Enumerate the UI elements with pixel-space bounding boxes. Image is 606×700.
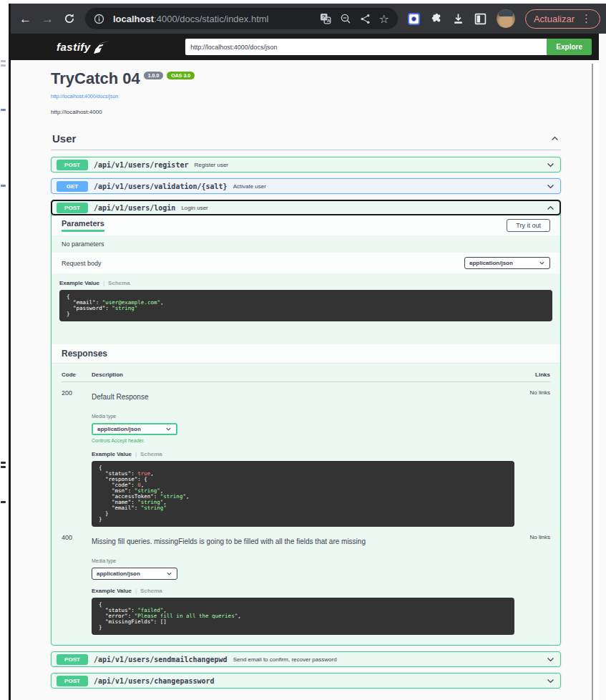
responses-table: Code Description Links 200 Default Respo… xyxy=(52,364,560,645)
selected-media-type: application/json xyxy=(97,570,140,577)
response-media-type-select[interactable]: application/json xyxy=(92,568,177,580)
desktop-artifact xyxy=(1,60,6,62)
operation-login: POST /api/v1/users/login Login user Para… xyxy=(51,200,561,646)
col-links: Links xyxy=(514,371,550,378)
operation-summary[interactable]: POST /api/v1/users/sendmailchangepwd Sen… xyxy=(52,652,560,666)
tag-header-user[interactable]: User xyxy=(51,130,561,150)
request-media-type-select[interactable]: application/json xyxy=(464,257,550,269)
selected-media-type: application/json xyxy=(469,260,513,266)
col-description: Description xyxy=(92,371,514,378)
base-url: http://localhost:4000 xyxy=(51,109,561,115)
browser-update-button[interactable]: Actualizar ⋮ xyxy=(525,9,600,29)
chevron-down-icon[interactable] xyxy=(546,676,555,686)
page-viewport: fastify Explore TryCatch 04 1.0.0 OAS 3.… xyxy=(11,34,599,700)
request-example-code: { "email": "user@example.com", "password… xyxy=(59,290,552,321)
oas-badge: OAS 3.0 xyxy=(167,72,195,79)
parameters-header: Parameters Try it out xyxy=(52,215,560,235)
back-icon[interactable]: ← xyxy=(19,13,31,25)
response-detail: Default Response Media type application/… xyxy=(92,389,514,527)
operation-body: Parameters Try it out No parameters Requ… xyxy=(52,215,560,645)
tab-schema[interactable]: Schema xyxy=(108,280,130,286)
operation-summary[interactable]: POST /api/v1/users/login Login user xyxy=(52,200,560,215)
site-info-icon[interactable] xyxy=(94,14,104,24)
tag-header-category[interactable]: Category xyxy=(51,697,561,700)
download-icon[interactable] xyxy=(452,13,464,25)
chevron-down-icon[interactable] xyxy=(546,655,555,664)
operation-summary[interactable]: GET /api/v1/users/validation/{salt} Acti… xyxy=(52,179,560,193)
tab-schema[interactable]: Schema xyxy=(140,588,162,594)
operation-description: Login user xyxy=(181,205,207,211)
chevron-down-icon[interactable] xyxy=(546,160,555,170)
response-row-200: 200 Default Response Media type applicat… xyxy=(62,382,550,527)
operation-summary[interactable]: POST /api/v1/users/register Register use… xyxy=(52,157,560,172)
tab-example-value[interactable]: Example Value xyxy=(92,588,132,594)
desktop-artifact xyxy=(1,462,6,464)
operation-path: /api/v1/users/sendmailchangepwd xyxy=(94,656,228,663)
bookmark-star-icon[interactable]: ☆ xyxy=(379,12,389,26)
extensions-puzzle-icon[interactable] xyxy=(430,13,442,25)
method-badge: POST xyxy=(57,654,88,665)
operation-path: /api/v1/users/login xyxy=(94,204,175,212)
operation-description: Activate user xyxy=(233,183,266,190)
tag-name: User xyxy=(52,132,76,145)
chevron-up-icon[interactable] xyxy=(550,134,559,143)
explore-button[interactable]: Explore xyxy=(547,39,592,55)
desktop-artifact xyxy=(1,185,6,187)
example-tabs: Example Value|Schema xyxy=(92,588,514,594)
request-body-header: Request body application/json xyxy=(52,253,560,273)
forward-icon[interactable]: → xyxy=(41,13,54,25)
request-example-section: Example Value|Schema { "email": "user@ex… xyxy=(52,273,560,344)
controls-accept-note: Controls Accept header. xyxy=(92,438,514,443)
responses-title: Responses xyxy=(62,349,550,359)
scrollbar[interactable] xyxy=(592,64,599,700)
tab-schema[interactable]: Schema xyxy=(140,451,162,457)
operation-changepassword: POST /api/v1/users/changepassword xyxy=(51,673,561,689)
tab-example-value[interactable]: Example Value xyxy=(59,280,99,286)
chevron-up-icon[interactable] xyxy=(546,203,555,213)
chevron-down-icon xyxy=(166,570,172,577)
spec-url-input[interactable] xyxy=(185,39,547,55)
response-example-code: { "status": "failed", "error": "Please f… xyxy=(92,598,514,635)
url-bar[interactable]: localhost:4000/docs/static/index.html ☆ xyxy=(85,8,398,29)
url-text[interactable]: localhost:4000/docs/static/index.html xyxy=(113,14,311,24)
reload-icon[interactable] xyxy=(64,13,75,24)
share-icon[interactable] xyxy=(360,14,371,24)
browser-toolbar: ← → localhost:4000/docs/static/index.htm… xyxy=(11,4,606,34)
desktop-artifact xyxy=(1,64,6,67)
response-code: 200 xyxy=(62,389,92,527)
api-info: TryCatch 04 1.0.0 OAS 3.0 http://localho… xyxy=(51,69,561,115)
version-badge: 1.0.0 xyxy=(144,72,164,79)
url-path: :4000/docs/static/index.html xyxy=(154,14,268,24)
update-label: Actualizar xyxy=(534,14,575,24)
profile-avatar[interactable] xyxy=(497,9,515,28)
request-body-label: Request body xyxy=(62,260,102,267)
chevron-down-icon xyxy=(539,260,545,266)
selected-media-type: application/json xyxy=(97,426,141,432)
tag-section-category: Category POST /api/v1/categories/registe… xyxy=(51,697,561,700)
menu-dots-icon[interactable]: ⋮ xyxy=(581,12,592,25)
method-badge: POST xyxy=(57,676,88,686)
chevron-down-icon[interactable] xyxy=(546,182,555,191)
side-panel-icon[interactable] xyxy=(474,13,487,25)
desktop-edge xyxy=(0,0,9,700)
try-it-out-button[interactable]: Try it out xyxy=(507,219,550,232)
spec-link[interactable]: http://localhost:4000/docs/json xyxy=(51,94,118,99)
response-links: No links xyxy=(514,389,550,527)
col-code: Code xyxy=(62,371,92,378)
method-badge: POST xyxy=(57,203,88,213)
response-description: Missing fill queries. missingFields is g… xyxy=(92,538,514,545)
zoom-icon[interactable] xyxy=(340,13,351,24)
response-row-400: 400 Missing fill queries. missingFields … xyxy=(62,527,550,635)
responses-header: Responses xyxy=(52,344,560,364)
response-example-code: { "status": true, "response": { "code": … xyxy=(92,461,514,527)
tab-example-value[interactable]: Example Value xyxy=(92,451,132,457)
operation-sendmailchangepwd: POST /api/v1/users/sendmailchangepwd Sen… xyxy=(51,651,561,667)
tab-parameters[interactable]: Parameters xyxy=(62,219,104,232)
fastify-logo: fastify xyxy=(57,41,111,54)
responses-table-head: Code Description Links xyxy=(62,371,550,382)
translate-icon[interactable] xyxy=(320,13,331,24)
response-links: No links xyxy=(514,534,550,635)
response-media-type-select[interactable]: application/json xyxy=(92,423,177,435)
extension-blue-icon[interactable] xyxy=(408,13,420,25)
operation-summary[interactable]: POST /api/v1/users/changepassword xyxy=(52,674,560,688)
